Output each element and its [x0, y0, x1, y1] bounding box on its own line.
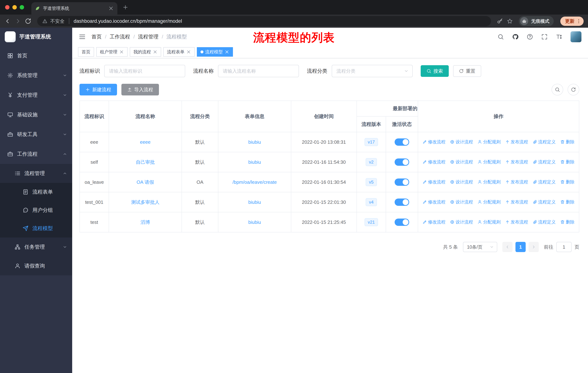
sidebar-item-leave-query[interactable]: 请假查询 — [0, 256, 72, 275]
flow-id-input[interactable] — [104, 65, 185, 77]
sidebar-item-process-model[interactable]: 流程模型 — [0, 219, 72, 238]
sidebar-item-process-form[interactable]: 流程表单 — [0, 183, 72, 201]
close-icon[interactable] — [119, 50, 124, 54]
design-flow-link[interactable]: 设计流程 — [450, 179, 473, 185]
flow-name-link[interactable]: 滔博 — [141, 220, 150, 225]
sidebar-item-devtools[interactable]: 研发工具 — [0, 125, 72, 144]
active-toggle[interactable] — [395, 138, 409, 146]
close-icon[interactable] — [186, 50, 191, 54]
design-flow-link[interactable]: 设计流程 — [450, 139, 473, 145]
delete-flow-link[interactable]: 删除 — [560, 219, 575, 225]
active-toggle[interactable] — [395, 159, 409, 166]
breadcrumb-workflow[interactable]: 工作流程 — [110, 33, 130, 40]
form-info-link[interactable]: biubiu — [248, 139, 261, 145]
tag-process-model[interactable]: 流程模型 — [197, 47, 233, 57]
publish-flow-link[interactable]: 发布流程 — [505, 199, 528, 205]
modify-flow-link[interactable]: 修改流程 — [422, 179, 445, 185]
delete-flow-link[interactable]: 删除 — [560, 199, 575, 205]
font-size-icon[interactable] — [556, 34, 562, 40]
fullscreen-icon[interactable] — [541, 34, 547, 40]
tag-home[interactable]: 首页 — [78, 47, 94, 57]
browser-menu-dots-icon[interactable] — [576, 18, 581, 24]
sidebar-item-payment[interactable]: 支付管理 — [0, 85, 72, 105]
close-icon[interactable] — [153, 50, 158, 54]
design-flow-link[interactable]: 设计流程 — [450, 159, 473, 165]
assign-rule-link[interactable]: 分配规则 — [478, 159, 501, 165]
flow-name-link[interactable]: OA 请假 — [136, 179, 154, 185]
assign-rule-link[interactable]: 分配规则 — [478, 199, 501, 205]
modify-flow-link[interactable]: 修改流程 — [422, 139, 445, 145]
password-key-icon[interactable] — [497, 18, 503, 24]
browser-update-button[interactable]: 更新 — [560, 17, 584, 26]
help-icon[interactable] — [527, 34, 533, 40]
version-badge[interactable]: v5 — [366, 178, 377, 186]
modify-flow-link[interactable]: 修改流程 — [422, 199, 445, 205]
active-toggle[interactable] — [395, 199, 409, 206]
version-badge[interactable]: v17 — [365, 138, 378, 146]
flow-definition-link[interactable]: 流程定义 — [533, 139, 556, 145]
publish-flow-link[interactable]: 发布流程 — [505, 179, 528, 185]
flow-definition-link[interactable]: 流程定义 — [533, 179, 556, 185]
form-info-link[interactable]: biubiu — [248, 200, 261, 205]
reload-button[interactable] — [25, 18, 31, 24]
tag-process-form[interactable]: 流程表单 — [163, 47, 195, 57]
search-icon[interactable] — [498, 34, 504, 40]
import-flow-button[interactable]: 导入流程 — [121, 84, 159, 95]
delete-flow-link[interactable]: 删除 — [560, 179, 575, 185]
modify-flow-link[interactable]: 修改流程 — [422, 159, 445, 165]
sidebar-item-system[interactable]: 系统管理 — [0, 66, 72, 85]
publish-flow-link[interactable]: 发布流程 — [505, 139, 528, 145]
address-bar[interactable]: 不安全 dashboard.yudao.iocoder.cn/bpm/manag… — [37, 16, 491, 26]
minimize-window-button[interactable] — [12, 5, 17, 10]
version-badge[interactable]: v21 — [365, 218, 378, 226]
goto-page-input[interactable] — [556, 242, 572, 252]
assign-rule-link[interactable]: 分配规则 — [478, 179, 501, 185]
publish-flow-link[interactable]: 发布流程 — [505, 159, 528, 165]
collapse-sidebar-icon[interactable] — [79, 33, 86, 40]
sidebar-item-infra[interactable]: 基础设施 — [0, 105, 72, 125]
current-page-button[interactable]: 1 — [515, 242, 526, 252]
create-flow-button[interactable]: 新建流程 — [79, 84, 117, 95]
sidebar-item-task-mgmt[interactable]: 任务管理 — [0, 238, 72, 256]
version-badge[interactable]: v4 — [366, 198, 377, 206]
forward-button[interactable] — [15, 18, 21, 24]
user-avatar[interactable] — [570, 31, 581, 42]
assign-rule-link[interactable]: 分配规则 — [478, 139, 501, 145]
next-page-button[interactable] — [529, 242, 539, 252]
toggle-search-button[interactable] — [552, 84, 563, 95]
design-flow-link[interactable]: 设计流程 — [450, 199, 473, 205]
close-icon[interactable] — [225, 50, 229, 54]
close-window-button[interactable] — [5, 5, 10, 10]
reset-button[interactable]: 重置 — [453, 65, 481, 77]
back-button[interactable] — [4, 18, 11, 24]
flow-name-link[interactable]: eeee — [140, 139, 151, 145]
flow-definition-link[interactable]: 流程定义 — [533, 219, 556, 225]
sidebar-item-workflow[interactable]: 工作流程 — [0, 144, 72, 164]
prev-page-button[interactable] — [502, 242, 513, 252]
github-icon[interactable] — [512, 34, 518, 40]
design-flow-link[interactable]: 设计流程 — [450, 219, 473, 225]
flow-name-link[interactable]: 自己审批 — [136, 159, 155, 165]
modify-flow-link[interactable]: 修改流程 — [422, 219, 445, 225]
maximize-window-button[interactable] — [20, 5, 24, 10]
form-info-link[interactable]: /bpm/oa/leave/create — [232, 179, 277, 185]
browser-tab[interactable]: 芋道管理系统 — [31, 2, 117, 15]
form-info-link[interactable]: biubiu — [248, 159, 261, 165]
publish-flow-link[interactable]: 发布流程 — [505, 219, 528, 225]
bookmark-star-icon[interactable] — [507, 18, 513, 24]
flow-name-input[interactable] — [218, 65, 299, 77]
tag-tenant[interactable]: 租户管理 — [96, 47, 128, 57]
breadcrumb-process-mgmt[interactable]: 流程管理 — [138, 33, 158, 40]
refresh-table-button[interactable] — [567, 84, 579, 95]
version-badge[interactable]: v2 — [366, 158, 377, 166]
sidebar-item-home[interactable]: 首页 — [0, 46, 72, 66]
breadcrumb-home[interactable]: 首页 — [92, 33, 102, 40]
new-tab-button[interactable] — [123, 4, 128, 10]
flow-name-link[interactable]: 测试多审批人 — [131, 200, 159, 205]
sidebar-item-user-group[interactable]: 用户分组 — [0, 201, 72, 219]
tag-my-process[interactable]: 我的流程 — [130, 47, 161, 57]
assign-rule-link[interactable]: 分配规则 — [478, 219, 501, 225]
sidebar-item-process-mgmt[interactable]: 流程管理 — [0, 164, 72, 183]
flow-category-select[interactable]: 流程分类 — [332, 65, 413, 77]
form-info-link[interactable]: biubiu — [248, 220, 261, 225]
